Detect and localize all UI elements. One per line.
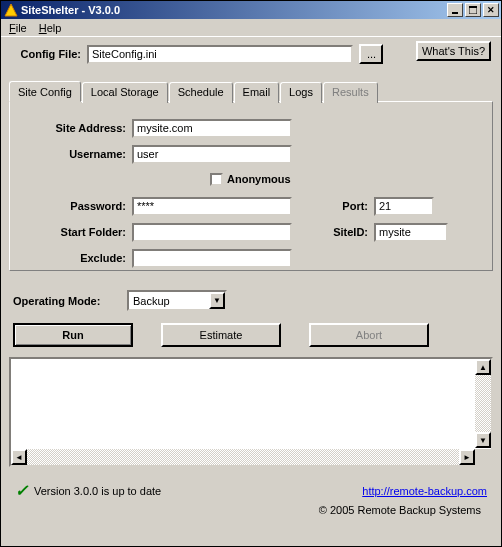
start-folder-label: Start Folder: xyxy=(20,226,132,238)
tab-email[interactable]: Email xyxy=(234,82,280,103)
svg-marker-0 xyxy=(5,4,17,16)
scroll-right-icon[interactable]: ► xyxy=(459,449,475,465)
username-label: Username: xyxy=(20,148,132,160)
estimate-button[interactable]: Estimate xyxy=(161,323,281,347)
scroll-corner xyxy=(475,449,491,465)
password-label: Password: xyxy=(20,200,132,212)
operating-mode-select[interactable]: Backup ▼ xyxy=(127,290,227,311)
version-status: Version 3.0.0 is up to date xyxy=(34,485,161,497)
titlebar: SiteShelter - V3.0.0 ✕ xyxy=(1,1,501,19)
site-address-label: Site Address: xyxy=(20,122,132,134)
copyright-text: © 2005 Remote Backup Systems xyxy=(9,504,493,516)
operating-mode-value: Backup xyxy=(129,295,209,307)
anonymous-label: Anonymous xyxy=(227,173,291,185)
window-title: SiteShelter - V3.0.0 xyxy=(21,4,447,16)
maximize-button[interactable] xyxy=(465,3,481,17)
menubar: File Help xyxy=(1,19,501,37)
exclude-input[interactable] xyxy=(132,249,292,268)
anonymous-checkbox[interactable] xyxy=(210,173,223,186)
browse-button[interactable]: ... xyxy=(359,44,383,64)
config-file-input[interactable] xyxy=(87,45,353,64)
port-input[interactable] xyxy=(374,197,434,216)
siteid-input[interactable] xyxy=(374,223,448,242)
scrollbar-horizontal[interactable]: ◄ ► xyxy=(11,449,475,465)
svg-rect-1 xyxy=(452,12,458,14)
tab-results[interactable]: Results xyxy=(323,82,378,103)
client-area: What's This? Config File: ... Site Confi… xyxy=(1,37,501,546)
svg-rect-3 xyxy=(469,6,477,8)
app-window: SiteShelter - V3.0.0 ✕ File Help What's … xyxy=(0,0,502,547)
exclude-label: Exclude: xyxy=(20,252,132,264)
tab-local-storage[interactable]: Local Storage xyxy=(82,82,168,103)
run-button[interactable]: Run xyxy=(13,323,133,347)
menu-file[interactable]: File xyxy=(3,21,33,35)
abort-button[interactable]: Abort xyxy=(309,323,429,347)
siteid-label: SiteID: xyxy=(322,226,374,238)
port-label: Port: xyxy=(322,200,374,212)
config-file-label: Config File: xyxy=(9,48,87,60)
tab-panel-site-config: Site Address: Username: Anonymous Passwo… xyxy=(9,101,493,271)
scroll-up-icon[interactable]: ▲ xyxy=(475,359,491,375)
check-icon: ✓ xyxy=(15,481,28,500)
username-input[interactable] xyxy=(132,145,292,164)
site-address-input[interactable] xyxy=(132,119,292,138)
website-link[interactable]: http://remote-backup.com xyxy=(362,485,487,497)
log-textarea[interactable]: ▲ ▼ ◄ ► xyxy=(9,357,493,467)
start-folder-input[interactable] xyxy=(132,223,292,242)
scroll-left-icon[interactable]: ◄ xyxy=(11,449,27,465)
minimize-button[interactable] xyxy=(447,3,463,17)
menu-help[interactable]: Help xyxy=(33,21,68,35)
scrollbar-vertical[interactable]: ▲ ▼ xyxy=(475,359,491,448)
tabs: Site Config Local Storage Schedule Email… xyxy=(9,81,493,102)
tab-logs[interactable]: Logs xyxy=(280,82,322,103)
app-icon xyxy=(4,3,18,17)
whats-this-button[interactable]: What's This? xyxy=(416,41,491,61)
scroll-down-icon[interactable]: ▼ xyxy=(475,432,491,448)
close-button[interactable]: ✕ xyxy=(483,3,499,17)
tab-schedule[interactable]: Schedule xyxy=(169,82,233,103)
operating-mode-label: Operating Mode: xyxy=(9,295,127,307)
tab-site-config[interactable]: Site Config xyxy=(9,81,81,102)
chevron-down-icon[interactable]: ▼ xyxy=(209,292,225,309)
password-input[interactable] xyxy=(132,197,292,216)
